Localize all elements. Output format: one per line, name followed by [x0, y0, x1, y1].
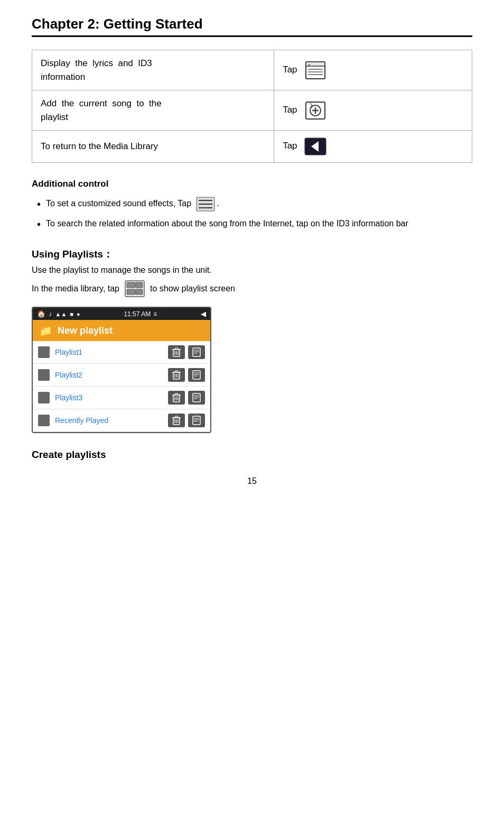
edit-button-2[interactable] — [188, 368, 205, 382]
svg-text:≡: ≡ — [308, 63, 310, 67]
edit-button-3[interactable] — [188, 391, 205, 405]
playlist-item-3-name: Playlist3 — [55, 393, 168, 402]
playlist-statusbar: 🏠 ♪ ▲▲ ■ ● 11:57 AM ≡ ◀ — [33, 308, 210, 320]
row3-tap-label: Tap — [283, 141, 297, 151]
playlist-tap-icon — [125, 280, 145, 297]
table-row: Display the lyrics and ID3information Ta… — [32, 50, 472, 90]
delete-button-3[interactable] — [168, 391, 185, 405]
tap-line: In the media library, tap to show playli… — [32, 280, 472, 297]
playlist-item-1[interactable]: Playlist1 — [33, 341, 210, 364]
svg-rect-17 — [127, 282, 135, 288]
additional-control-section: Additional control To set a customized s… — [32, 179, 472, 232]
status-time: 11:57 AM — [124, 310, 151, 318]
chapter-divider — [32, 35, 472, 37]
menu-icon-status: ≡ — [153, 310, 157, 318]
battery-icon: ■ — [70, 311, 73, 317]
page-number: 15 — [32, 476, 472, 486]
table-row: Add the current song to theplaylist Tap — [32, 90, 472, 131]
row1-tap: Tap ≡ — [274, 50, 472, 90]
playlist-item-4[interactable]: Recently Played — [33, 409, 210, 432]
playlist-item-4-name: Recently Played — [55, 416, 168, 425]
playlist-item-1-name: Playlist1 — [55, 348, 168, 356]
svg-rect-53 — [175, 416, 178, 418]
playlist-header-title: New playlist — [58, 325, 113, 336]
table-row: To return to the Media Library Tap — [32, 131, 472, 163]
delete-button-4[interactable] — [168, 414, 185, 427]
playlist-item-2-icon — [38, 369, 50, 381]
playlist-item-4-actions — [168, 414, 205, 427]
playlist-header: 📁 New playlist — [33, 320, 210, 341]
list-item: To search the related information about … — [37, 217, 472, 232]
svg-rect-33 — [175, 371, 178, 372]
playlist-item-3[interactable]: Playlist3 — [33, 387, 210, 409]
additional-control-title: Additional control — [32, 179, 472, 189]
chapter-title: Chapter 2: Getting Started — [32, 16, 472, 32]
using-playlists-title: Using Playlists： — [32, 247, 472, 261]
bullet2-content: To search the related information about … — [46, 217, 472, 231]
playlist-item-1-actions — [168, 345, 205, 359]
playlist-item-3-actions — [168, 391, 205, 405]
home-icon: 🏠 — [37, 310, 45, 318]
playlist-item-2-actions — [168, 368, 205, 382]
svg-rect-37 — [193, 371, 200, 379]
row3-description: To return to the Media Library — [32, 131, 274, 163]
signal-icon: ▲▲ — [55, 311, 67, 317]
playlist-item-4-icon — [38, 415, 50, 426]
row1-tap-label: Tap — [283, 65, 297, 75]
row2-tap-label: Tap — [283, 105, 297, 115]
svg-rect-47 — [193, 393, 200, 402]
tap-line-text: In the media library, tap — [32, 284, 119, 293]
using-playlists-desc: Use the playlist to manage the songs in … — [32, 265, 472, 275]
svg-rect-27 — [193, 348, 200, 356]
row1-description: Display the lyrics and ID3information — [32, 50, 274, 90]
music-icon: ♪ — [49, 310, 52, 318]
row2-description: Add the current song to theplaylist — [32, 90, 274, 131]
bullet1-content: To set a customized sound effects, Tap . — [46, 197, 472, 212]
circle-icon: ● — [77, 311, 80, 317]
svg-rect-23 — [175, 348, 178, 350]
row3-tap: Tap — [274, 131, 472, 163]
list-item: To set a customized sound effects, Tap . — [37, 197, 472, 212]
edit-button-4[interactable] — [188, 414, 205, 427]
svg-rect-57 — [193, 416, 200, 425]
playlist-item-3-icon — [38, 392, 50, 403]
statusbar-center: 11:57 AM ≡ — [124, 310, 157, 318]
statusbar-right: ◀ — [201, 310, 206, 318]
add-playlist-icon — [304, 101, 327, 120]
playlist-item-2[interactable]: Playlist2 — [33, 364, 210, 387]
playlist-screen: 🏠 ♪ ▲▲ ■ ● 11:57 AM ≡ ◀ 📁 New playlist P… — [32, 307, 211, 433]
back-icon-status: ◀ — [201, 310, 206, 318]
tap-line-suffix: to show playlist screen — [150, 284, 235, 293]
svg-rect-18 — [136, 282, 143, 288]
statusbar-left: 🏠 ♪ ▲▲ ■ ● — [37, 310, 80, 318]
using-playlists-section: Using Playlists： Use the playlist to man… — [32, 247, 472, 433]
action-table: Display the lyrics and ID3information Ta… — [32, 50, 472, 163]
create-playlists-title: Create playlists — [32, 449, 472, 461]
delete-button-1[interactable] — [168, 345, 185, 359]
new-playlist-folder-icon: 📁 — [39, 324, 52, 337]
delete-button-2[interactable] — [168, 368, 185, 382]
back-icon — [304, 137, 327, 156]
lyrics-id3-icon: ≡ — [304, 61, 327, 80]
edit-button-1[interactable] — [188, 345, 205, 359]
playlist-item-1-icon — [38, 346, 50, 358]
row2-tap: Tap — [274, 90, 472, 131]
svg-rect-20 — [136, 289, 143, 295]
svg-rect-43 — [175, 393, 178, 395]
sound-effects-icon — [196, 197, 215, 212]
svg-rect-19 — [127, 289, 135, 295]
playlist-item-2-name: Playlist2 — [55, 371, 168, 379]
bullet-list: To set a customized sound effects, Tap .… — [32, 197, 472, 232]
